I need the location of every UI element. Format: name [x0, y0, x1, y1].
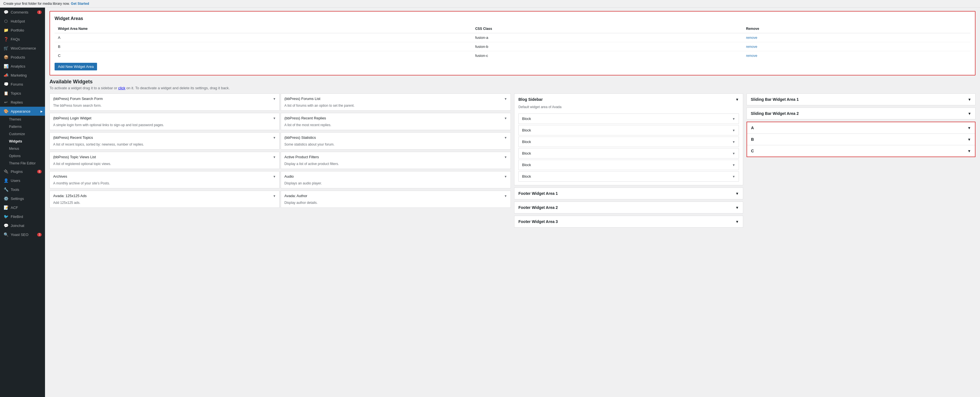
custom-area-a-title: A: [751, 126, 754, 130]
wa-row-remove[interactable]: remove: [743, 33, 970, 42]
click-link[interactable]: click: [118, 86, 125, 90]
widget-item-header[interactable]: (bbPress) Topic Views List ▼: [50, 152, 279, 162]
sidebar-sub-menus[interactable]: Menus: [0, 145, 45, 152]
sidebar-item-tools[interactable]: 🔧 Tools: [0, 185, 45, 194]
filebird-icon: 🐦: [3, 214, 8, 219]
custom-area-b-chevron: ▼: [967, 137, 971, 142]
woocommerce-icon: 🛒: [3, 46, 8, 50]
sidebar-item-topics[interactable]: 📋 Topics: [0, 89, 45, 98]
widget-item-header[interactable]: (bbPress) Statistics ▼: [281, 132, 511, 142]
widget-item-header[interactable]: Archives ▼: [50, 171, 279, 181]
joinchat-icon: 💬: [3, 223, 8, 228]
widget-item-header[interactable]: (bbPress) Forum Search Form ▼: [50, 94, 279, 104]
notification-cta[interactable]: Get Started: [71, 2, 89, 6]
sidebar-label-marketing: Marketing: [11, 73, 27, 77]
block-chevron-icon: ▼: [732, 117, 735, 121]
widget-item-header[interactable]: Avada: Author ▼: [281, 191, 511, 201]
widget-item-header[interactable]: (bbPress) Login Widget ▼: [50, 113, 279, 123]
sidebar-sub-theme-file-editor[interactable]: Theme File Editor: [0, 159, 45, 167]
sidebar-item-appearance[interactable]: 🎨 Appearance ▶: [0, 107, 45, 116]
sidebar-sub-patterns[interactable]: Patterns: [0, 123, 45, 130]
widget-item-header[interactable]: (bbPress) Recent Replies ▼: [281, 113, 511, 123]
sidebar-item-products[interactable]: 📦 Products: [0, 53, 45, 62]
custom-area-c-header[interactable]: C ▼: [747, 145, 975, 156]
footer-area-1-header[interactable]: Footer Widget Area 1 ▼: [514, 188, 743, 199]
sidebar-item-faqs[interactable]: ❓ FAQs: [0, 35, 45, 44]
wa-row-remove[interactable]: remove: [743, 42, 970, 51]
block-chevron-icon: ▼: [732, 163, 735, 167]
footer-area-2-header[interactable]: Footer Widget Area 2 ▼: [514, 202, 743, 213]
widget-areas-table: Widget Area Name CSS Class Remove A fusi…: [54, 24, 970, 60]
sidebar-label-forums: Forums: [11, 82, 23, 86]
sliding-bar-2-header[interactable]: Sliding Bar Widget Area 2 ▼: [747, 108, 975, 119]
footer-area-3-header[interactable]: Footer Widget Area 3 ▼: [514, 216, 743, 227]
sidebar-item-settings[interactable]: ⚙️ Settings: [0, 194, 45, 203]
sidebar-item-yoast-seo[interactable]: 🔍 Yoast SEO 3: [0, 230, 45, 239]
sidebar-sub-widgets[interactable]: Widgets: [0, 138, 45, 145]
sliding-bar-1-chevron: ▼: [967, 97, 971, 102]
widget-chevron-icon: ▼: [504, 97, 507, 100]
blog-sidebar-panel: Blog Sidebar ▼ Default widget area of Av…: [514, 94, 743, 185]
users-icon: 👤: [3, 178, 8, 183]
widget-item-header[interactable]: Active Product Filters ▼: [281, 152, 511, 162]
widget-item: (bbPress) Login Widget ▼ A simple login …: [49, 113, 280, 130]
sidebar-item-portfolio[interactable]: 📁 Portfolio: [0, 26, 45, 35]
custom-area-a-header[interactable]: A ▼: [747, 122, 975, 134]
wa-row-remove[interactable]: remove: [743, 51, 970, 60]
widget-item-header[interactable]: (bbPress) Recent Topics ▼: [50, 132, 279, 142]
footer-area-3-panel: Footer Widget Area 3 ▼: [514, 216, 743, 228]
sidebar-item-replies[interactable]: ↩ Replies: [0, 98, 45, 107]
block-widget: Block ▼: [519, 159, 739, 170]
sliding-bar-1-header[interactable]: Sliding Bar Widget Area 1 ▼: [747, 94, 975, 105]
sidebar-item-users[interactable]: 👤 Users: [0, 176, 45, 185]
widget-item-header[interactable]: (bbPress) Forums List ▼: [281, 94, 511, 104]
sidebar-item-marketing[interactable]: 📣 Marketing: [0, 71, 45, 80]
sidebar-item-plugins[interactable]: 🔌 Plugins 6: [0, 167, 45, 176]
sidebar-label-tools: Tools: [11, 188, 19, 192]
block-widget: Block ▼: [519, 125, 739, 136]
sidebar-item-analytics[interactable]: 📊 Analytics: [0, 62, 45, 71]
wa-row-css: fusion-b: [472, 42, 743, 51]
appearance-icon: 🎨: [3, 109, 8, 113]
footer-area-2-title: Footer Widget Area 2: [519, 205, 558, 210]
custom-area-b-header[interactable]: B ▼: [747, 134, 975, 145]
sidebar-sub-customize[interactable]: Customize: [0, 130, 45, 138]
block-widget-label: Block: [522, 151, 531, 155]
block-widget-label: Block: [522, 163, 531, 167]
widget-item-header[interactable]: Audio ▼: [281, 171, 511, 181]
sidebar-sub-options[interactable]: Options: [0, 152, 45, 159]
sidebar-label-acf: ACF: [11, 206, 18, 210]
widgets-main-area: Available Widgets To activate a widget d…: [45, 79, 980, 230]
portfolio-icon: 📁: [3, 28, 8, 32]
acf-icon: 📝: [3, 205, 8, 210]
sidebar-item-forums[interactable]: 💭 Forums: [0, 80, 45, 89]
sidebar-sub-themes[interactable]: Themes: [0, 116, 45, 123]
widget-item-title: (bbPress) Statistics: [285, 136, 316, 140]
plugins-icon: 🔌: [3, 169, 8, 174]
widget-item-desc: Display author details.: [281, 201, 511, 207]
sidebar-item-hubspot[interactable]: ⬡ HubSpot: [0, 17, 45, 26]
add-widget-area-button[interactable]: Add New Widget Area: [54, 63, 97, 70]
widget-area-row: B fusion-b remove: [54, 42, 970, 51]
right-sidebar-col: Sliding Bar Widget Area 1 ▼ Sliding Bar …: [746, 94, 975, 230]
sidebar-item-woocommerce[interactable]: 🛒 WooCommerce: [0, 44, 45, 53]
sidebar-label-portfolio: Portfolio: [11, 28, 24, 32]
block-widget: Block ▼: [519, 137, 739, 147]
block-widget: Block ▼: [519, 113, 739, 124]
widget-item-desc: A list of recent topics, sorted by: newn…: [50, 142, 279, 149]
wa-col-css: CSS Class: [472, 24, 743, 33]
sidebar-item-comments[interactable]: 💬 Comments 1: [0, 8, 45, 17]
block-widget: Block ▼: [519, 171, 739, 182]
widget-areas-section: Widget Areas Widget Area Name CSS Class …: [49, 11, 975, 75]
sidebar-item-filebird[interactable]: 🐦 FileBird: [0, 212, 45, 221]
blog-sidebar-blocks: Block ▼ Block ▼ Block ▼ Block ▼ Block ▼ …: [514, 111, 743, 185]
forums-icon: 💭: [3, 82, 8, 86]
sidebar-item-joinchat[interactable]: 💬 Joinchat: [0, 221, 45, 230]
wa-row-name: B: [54, 42, 472, 51]
widget-chevron-icon: ▼: [504, 194, 507, 198]
sidebar-item-acf[interactable]: 📝 ACF: [0, 203, 45, 212]
widget-item-header[interactable]: Avada: 125x125 Ads ▼: [50, 191, 279, 201]
notification-text: Create your first folder for media libra…: [3, 2, 70, 6]
widget-item-desc: A list of forums with an option to set t…: [281, 104, 511, 110]
blog-sidebar-header[interactable]: Blog Sidebar ▼: [514, 94, 743, 105]
